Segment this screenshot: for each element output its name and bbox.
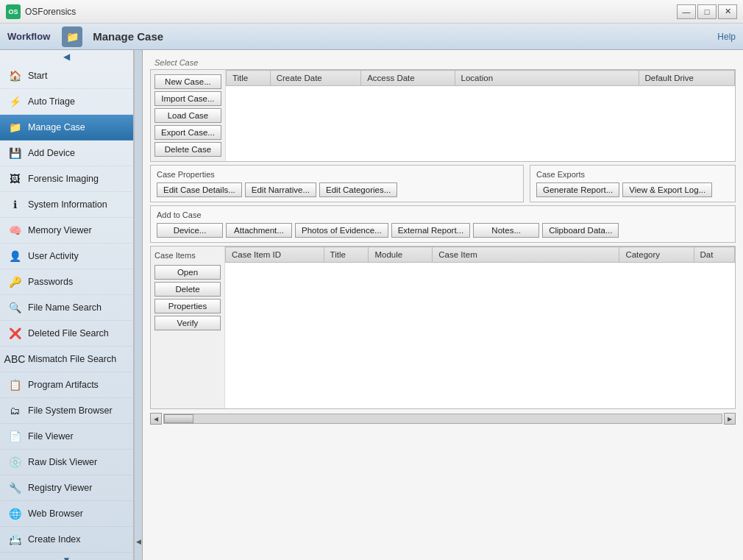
sidebar-item-user-activity[interactable]: 👤User Activity xyxy=(0,244,133,269)
add-photos-button[interactable]: Photos of Evidence... xyxy=(295,223,388,238)
add-to-case-section: Add to Case Device... Attachment... Phot… xyxy=(150,205,736,243)
delete-case-button[interactable]: Delete Case xyxy=(154,142,221,157)
help-link[interactable]: Help xyxy=(717,32,736,42)
sidebar-item-label-create-index: Create Index xyxy=(28,534,81,545)
sidebar-item-file-name-search[interactable]: 🔍File Name Search xyxy=(0,295,133,321)
file-system-browser-icon: 🗂 xyxy=(6,403,24,419)
sidebar-item-label-program-artifacts: Program Artifacts xyxy=(28,380,99,390)
close-button[interactable]: ✕ xyxy=(718,4,737,19)
sidebar-scroll-down[interactable]: ▼ xyxy=(0,553,133,560)
add-clipboard-button[interactable]: Clipboard Data... xyxy=(542,223,619,238)
sidebar-item-label-file-system-browser: File System Browser xyxy=(28,405,113,416)
memory-viewer-icon: 🧠 xyxy=(6,222,24,238)
import-case-button[interactable]: Import Case... xyxy=(154,91,221,106)
edit-narrative-button[interactable]: Edit Narrative... xyxy=(245,182,316,197)
select-case-section: Select Case New Case... Import Case... L… xyxy=(150,56,736,162)
case-properties-buttons: Edit Case Details... Edit Narrative... E… xyxy=(157,182,517,197)
raw-disk-viewer-icon: 💿 xyxy=(6,454,24,470)
start-icon: 🏠 xyxy=(6,68,24,84)
sidebar-item-program-artifacts[interactable]: 📋Program Artifacts xyxy=(0,372,133,398)
passwords-icon: 🔑 xyxy=(6,274,24,290)
add-device-icon: 💾 xyxy=(6,145,24,161)
maximize-button[interactable]: □ xyxy=(697,4,717,19)
sidebar-item-label-mismatch-file-search: Mismatch File Search xyxy=(28,354,116,364)
sidebar-item-registry-viewer[interactable]: 🔧Registry Viewer xyxy=(0,475,133,501)
title-bar-controls: — □ ✕ xyxy=(677,4,737,19)
title-bar: OS OSForensics — □ ✕ xyxy=(0,0,743,24)
case-items-delete-button[interactable]: Delete xyxy=(154,282,221,297)
case-items-properties-button[interactable]: Properties xyxy=(154,299,221,313)
export-case-button[interactable]: Export Case... xyxy=(154,125,221,140)
new-case-button[interactable]: New Case... xyxy=(154,74,221,89)
case-items-verify-button[interactable]: Verify xyxy=(154,316,221,330)
sidebar-item-memory-viewer[interactable]: 🧠Memory Viewer xyxy=(0,218,133,244)
sidebar-collapse-top[interactable]: ◀ xyxy=(0,50,133,63)
properties-exports-row: Case Properties Edit Case Details... Edi… xyxy=(150,165,736,202)
sidebar-item-label-web-browser: Web Browser xyxy=(28,508,83,519)
edit-categories-button[interactable]: Edit Categories... xyxy=(319,182,397,197)
forensic-imaging-icon: 🖼 xyxy=(6,171,24,187)
sidebar-item-auto-triage[interactable]: ⚡Auto Triage xyxy=(0,89,133,115)
col-case-item-id: Case Item ID xyxy=(226,247,324,263)
sidebar-item-label-manage-case: Manage Case xyxy=(28,122,85,132)
sidebar-item-manage-case[interactable]: 📁Manage Case xyxy=(0,115,133,141)
add-attachment-button[interactable]: Attachment... xyxy=(226,223,292,238)
manage-case-icon: 📁 xyxy=(62,26,82,47)
sidebar-item-mismatch-file-search[interactable]: ABCMismatch File Search xyxy=(0,347,133,372)
case-table-area: Title Create Date Access Date Location D… xyxy=(226,70,735,161)
sidebar-item-system-information[interactable]: ℹSystem Information xyxy=(0,192,133,218)
col-default-drive: Default Drive xyxy=(639,71,734,86)
sidebar-item-label-deleted-file-search: Deleted File Search xyxy=(28,328,109,339)
scroll-right-arrow[interactable]: ▶ xyxy=(724,413,736,425)
sidebar-item-file-system-browser[interactable]: 🗂File System Browser xyxy=(0,398,133,424)
sidebar-item-raw-disk-viewer[interactable]: 💿Raw Disk Viewer xyxy=(0,450,133,475)
manage-case-icon: 📁 xyxy=(6,119,24,135)
system-information-icon: ℹ xyxy=(6,196,24,213)
app-title: OSForensics xyxy=(25,7,76,17)
workflow-bar: Workflow 📁 Manage Case Help xyxy=(0,24,743,50)
add-external-report-button[interactable]: External Report... xyxy=(391,223,470,238)
add-device-button[interactable]: Device... xyxy=(157,223,223,238)
col-title: Title xyxy=(226,71,270,86)
select-case-box: New Case... Import Case... Load Case Exp… xyxy=(150,69,736,162)
add-notes-button[interactable]: Notes... xyxy=(473,223,539,238)
case-exports-panel: Case Exports Generate Report... View & E… xyxy=(530,165,736,202)
sidebar-item-label-forensic-imaging: Forensic Imaging xyxy=(28,174,99,184)
horizontal-scrollbar: ◀ ▶ xyxy=(150,412,736,425)
file-name-search-icon: 🔍 xyxy=(6,300,24,316)
load-case-button[interactable]: Load Case xyxy=(154,108,221,123)
sidebar-item-web-browser[interactable]: 🌐Web Browser xyxy=(0,501,133,527)
sidebar-item-deleted-file-search[interactable]: ❌Deleted File Search xyxy=(0,321,133,347)
sidebar-item-passwords[interactable]: 🔑Passwords xyxy=(0,269,133,295)
sidebar-item-forensic-imaging[interactable]: 🖼Forensic Imaging xyxy=(0,166,133,192)
col-dat: Dat xyxy=(694,247,734,263)
case-properties-panel: Case Properties Edit Case Details... Edi… xyxy=(150,165,524,202)
case-items-table: Case Item ID Title Module Case Item Cate… xyxy=(225,247,735,263)
app-logo: OS xyxy=(6,4,21,19)
sidebar: ◀ 🏠Start⚡Auto Triage📁Manage Case💾Add Dev… xyxy=(0,50,134,560)
case-items-open-button[interactable]: Open xyxy=(154,265,221,280)
mismatch-file-search-icon: ABC xyxy=(6,351,24,367)
case-items-left: Case Items Open Delete Properties Verify xyxy=(151,247,225,408)
case-table: Title Create Date Access Date Location D… xyxy=(226,70,735,86)
sidebar-item-file-viewer[interactable]: 📄File Viewer xyxy=(0,424,133,450)
add-to-case-buttons: Device... Attachment... Photos of Eviden… xyxy=(157,223,729,238)
scroll-left-arrow[interactable]: ◀ xyxy=(150,413,162,425)
sidebar-item-label-auto-triage: Auto Triage xyxy=(28,96,75,107)
sidebar-item-create-index[interactable]: 📇Create Index xyxy=(0,527,133,553)
case-exports-buttons: Generate Report... View & Export Log... xyxy=(536,182,729,197)
edit-details-button[interactable]: Edit Case Details... xyxy=(157,182,242,197)
sidebar-item-label-raw-disk-viewer: Raw Disk Viewer xyxy=(28,457,97,467)
case-items-section: Case Items Open Delete Properties Verify… xyxy=(150,246,736,409)
scrollbar-thumb xyxy=(164,414,193,423)
generate-report-button[interactable]: Generate Report... xyxy=(536,182,619,197)
user-activity-icon: 👤 xyxy=(6,248,24,264)
minimize-button[interactable]: — xyxy=(677,4,696,19)
sidebar-collapse-handle[interactable]: ◀ xyxy=(134,50,143,560)
sidebar-item-start[interactable]: 🏠Start xyxy=(0,63,133,89)
view-export-log-button[interactable]: View & Export Log... xyxy=(622,182,712,197)
col-create-date: Create Date xyxy=(270,71,360,86)
registry-viewer-icon: 🔧 xyxy=(6,480,24,496)
sidebar-item-add-device[interactable]: 💾Add Device xyxy=(0,141,133,166)
scrollbar-track[interactable] xyxy=(163,414,722,424)
